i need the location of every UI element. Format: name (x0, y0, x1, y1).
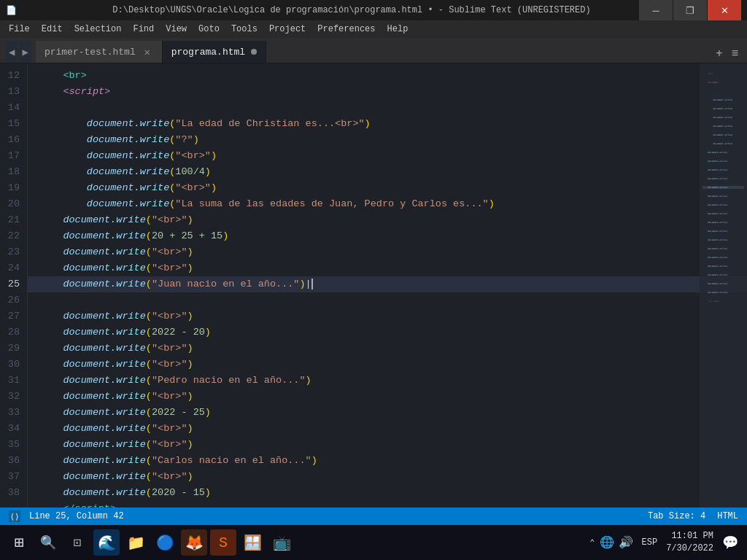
statusbar: ⟨⟩ Line 25, Column 42 Tab Size: 4 HTML (0, 508, 747, 525)
titlebar-controls[interactable]: ─ ❐ ✕ (639, 0, 741, 20)
taskbar-edge-icon[interactable]: 🌊 (93, 529, 120, 556)
tab-nav-back[interactable]: ◀ (6, 41, 18, 63)
tab-primer-test-close[interactable]: ✕ (142, 46, 153, 58)
code-area[interactable]: <br> <script> document.write("La edad de… (28, 63, 747, 508)
taskbar-app2-icon[interactable]: 🪟 (239, 529, 266, 556)
titlebar: 📄 D:\Desktop\UNGS\Oracle\Logica de progr… (0, 0, 747, 20)
tab-programa-modified-dot (251, 49, 257, 55)
time-display[interactable]: 11:01 PM 7/30/2022 (666, 530, 713, 555)
network-icon[interactable]: 🌐 (600, 535, 614, 550)
menu-find[interactable]: Find (127, 23, 160, 36)
taskbar-chrome-icon[interactable]: 🔵 (152, 529, 178, 556)
taskview-button[interactable]: ⊡ (64, 529, 90, 556)
search-button[interactable]: 🔍 (35, 529, 61, 556)
maximize-button[interactable]: ❐ (673, 0, 707, 20)
volume-icon[interactable]: 🔊 (619, 535, 633, 550)
tabbar-right: + ≡ (713, 47, 741, 63)
tab-programa-label: programa.html (171, 47, 245, 58)
titlebar-text: D:\Desktop\UNGS\Oracle\Logica de program… (64, 5, 639, 15)
taskbar-files-icon[interactable]: 📁 (123, 529, 149, 556)
cursor-position[interactable]: Line 25, Column 42 (29, 511, 124, 521)
clock-time: 11:01 PM (666, 530, 713, 542)
taskbar-app3-icon[interactable]: 📺 (268, 529, 295, 556)
taskbar: ⊞ 🔍 ⊡ 🌊 📁 🔵 🦊 S 🪟 📺 ⌃ 🌐 🔊 (0, 525, 747, 560)
menu-tools[interactable]: Tools (225, 23, 263, 36)
menu-selection[interactable]: Selection (69, 23, 128, 36)
menu-help[interactable]: Help (382, 23, 414, 36)
taskbar-sublime-icon[interactable]: S (210, 529, 236, 556)
menu-view[interactable]: View (160, 23, 193, 36)
tabbar: ◀ ▶ primer-test.html ✕ programa.html + ≡ (0, 38, 747, 63)
tray-chevron[interactable]: ⌃ (589, 537, 595, 548)
git-icon[interactable]: ⟨⟩ (9, 510, 20, 522)
taskbar-firefox-icon[interactable]: 🦊 (181, 529, 207, 556)
minimap[interactable]: <br> <script> document.write( document.w… (700, 63, 747, 508)
new-tab-button[interactable]: + (713, 47, 725, 60)
menu-project[interactable]: Project (263, 23, 311, 36)
statusbar-right: Tab Size: 4 HTML (648, 511, 738, 521)
line-numbers: 12 13 14 15 16 17 18 19 20 21 22 23 24 2… (0, 63, 28, 508)
tab-nav-forward[interactable]: ▶ (19, 41, 31, 63)
language[interactable]: HTML (717, 511, 738, 521)
menu-preferences[interactable]: Preferences (311, 23, 381, 36)
tab-programa[interactable]: programa.html (163, 41, 266, 63)
clock-date: 7/30/2022 (666, 542, 713, 555)
taskbar-left: ⊞ 🔍 ⊡ 🌊 📁 🔵 🦊 S 🪟 📺 (6, 529, 295, 556)
tab-list-button[interactable]: ≡ (729, 47, 741, 60)
notifications-button[interactable]: 💬 (719, 534, 741, 551)
editor: 12 13 14 15 16 17 18 19 20 21 22 23 24 2… (0, 63, 747, 508)
language-indicator[interactable]: ESP (639, 537, 661, 548)
close-button[interactable]: ✕ (708, 0, 741, 20)
statusbar-left: ⟨⟩ Line 25, Column 42 (9, 510, 124, 522)
sys-tray: ⌃ 🌐 🔊 (589, 535, 632, 550)
tab-primer-test[interactable]: primer-test.html ✕ (36, 41, 163, 63)
tab-primer-test-label: primer-test.html (44, 47, 136, 58)
tab-size[interactable]: Tab Size: 4 (648, 511, 705, 521)
menu-goto[interactable]: Goto (193, 23, 225, 36)
windows-start-button[interactable]: ⊞ (6, 529, 32, 556)
menu-edit[interactable]: Edit (36, 23, 69, 36)
menubar: File Edit Selection Find View Goto Tools… (0, 20, 747, 38)
minimize-button[interactable]: ─ (639, 0, 673, 20)
menu-file[interactable]: File (3, 23, 36, 36)
taskbar-right: ⌃ 🌐 🔊 ESP 11:01 PM 7/30/2022 💬 (589, 530, 741, 555)
